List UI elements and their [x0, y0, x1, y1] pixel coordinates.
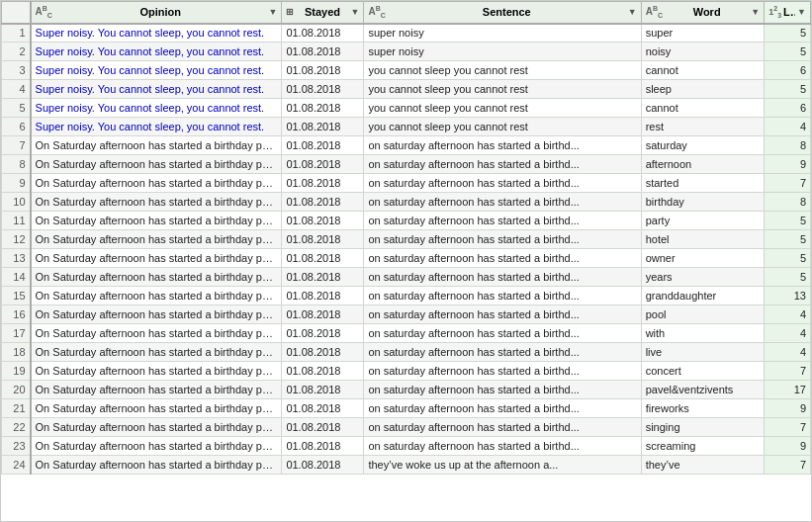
- table-row[interactable]: 12On Saturday afternoon has started a bi…: [2, 230, 811, 249]
- col-header-sentence[interactable]: ABC Sentence ▼: [364, 2, 641, 24]
- cell-stayed: 01.08.2018: [282, 61, 364, 80]
- cell-opinion: On Saturday afternoon has started a birt…: [31, 381, 282, 399]
- cell-opinion: Super noisy. You cannot sleep, you canno…: [31, 99, 282, 118]
- cell-num: 3: [2, 61, 31, 80]
- cell-num: 12: [2, 230, 31, 249]
- cell-sentence: super noisy: [364, 43, 641, 61]
- col-label-sentence: Sentence: [388, 6, 626, 18]
- cell-opinion: On Saturday afternoon has started a birt…: [31, 305, 282, 324]
- table-row[interactable]: 14On Saturday afternoon has started a bi…: [2, 268, 811, 287]
- cell-stayed: 01.08.2018: [282, 230, 364, 249]
- table-row[interactable]: 22On Saturday afternoon has started a bi…: [2, 418, 811, 437]
- cell-stayed: 01.08.2018: [282, 155, 364, 174]
- cell-opinion: On Saturday afternoon has started a birt…: [31, 174, 282, 193]
- cell-word: party: [641, 212, 765, 230]
- col-header-len[interactable]: 123 Len ▼: [765, 2, 811, 24]
- cell-len: 8: [765, 193, 811, 212]
- cell-word: they’ve: [641, 456, 765, 475]
- cell-num: 6: [2, 118, 31, 136]
- col-dropdown-stayed[interactable]: ▼: [350, 7, 359, 17]
- cell-stayed: 01.08.2018: [282, 456, 364, 475]
- cell-stayed: 01.08.2018: [282, 437, 364, 456]
- cell-word: started: [641, 174, 765, 193]
- cell-word: cannot: [641, 99, 765, 118]
- cell-sentence: on saturday afternoon has started a birt…: [364, 381, 641, 399]
- cell-word: owner: [641, 249, 765, 268]
- cell-len: 4: [765, 118, 811, 136]
- col-header-stayed[interactable]: ⊞ Stayed ▼: [282, 2, 364, 24]
- cell-num: 4: [2, 80, 31, 99]
- cell-word: screaming: [641, 437, 765, 456]
- cell-sentence: on saturday afternoon has started a birt…: [364, 249, 641, 268]
- cell-stayed: 01.08.2018: [282, 343, 364, 362]
- col-dropdown-word[interactable]: ▼: [751, 7, 760, 17]
- table-row[interactable]: 17On Saturday afternoon has started a bi…: [2, 324, 811, 343]
- table-row[interactable]: 13On Saturday afternoon has started a bi…: [2, 249, 811, 268]
- cell-opinion: Super noisy. You cannot sleep, you canno…: [31, 24, 282, 43]
- cell-stayed: 01.08.2018: [282, 24, 364, 43]
- cell-sentence: on saturday afternoon has started a birt…: [364, 324, 641, 343]
- cell-stayed: 01.08.2018: [282, 193, 364, 212]
- col-label-word: Word: [665, 6, 749, 18]
- cell-sentence: they’ve woke us up at the afternoon a...: [364, 456, 641, 475]
- table-row[interactable]: 20On Saturday afternoon has started a bi…: [2, 381, 811, 399]
- table-row[interactable]: 21On Saturday afternoon has started a bi…: [2, 399, 811, 418]
- cell-stayed: 01.08.2018: [282, 287, 364, 305]
- cell-sentence: on saturday afternoon has started a birt…: [364, 343, 641, 362]
- cell-stayed: 01.08.2018: [282, 43, 364, 61]
- col-header-word[interactable]: ABC Word ▼: [641, 2, 765, 24]
- cell-len: 5: [765, 212, 811, 230]
- cell-word: granddaughter: [641, 287, 765, 305]
- cell-num: 22: [2, 418, 31, 437]
- cell-stayed: 01.08.2018: [282, 249, 364, 268]
- cell-num: 20: [2, 381, 31, 399]
- cell-num: 15: [2, 287, 31, 305]
- cell-len: 5: [765, 268, 811, 287]
- cell-stayed: 01.08.2018: [282, 268, 364, 287]
- cell-opinion: On Saturday afternoon has started a birt…: [31, 136, 282, 155]
- cell-word: hotel: [641, 230, 765, 249]
- table-row[interactable]: 15On Saturday afternoon has started a bi…: [2, 287, 811, 305]
- table-row[interactable]: 23On Saturday afternoon has started a bi…: [2, 437, 811, 456]
- table-row[interactable]: 19On Saturday afternoon has started a bi…: [2, 362, 811, 381]
- table-row[interactable]: 1Super noisy. You cannot sleep, you cann…: [2, 24, 811, 43]
- col-icon-stayed: ⊞: [286, 7, 294, 17]
- cell-len: 13: [765, 287, 811, 305]
- cell-len: 5: [765, 80, 811, 99]
- col-dropdown-len[interactable]: ▼: [797, 7, 806, 17]
- cell-stayed: 01.08.2018: [282, 174, 364, 193]
- cell-sentence: on saturday afternoon has started a birt…: [364, 155, 641, 174]
- table-row[interactable]: 24On Saturday afternoon has started a bi…: [2, 456, 811, 475]
- table-row[interactable]: 6Super noisy. You cannot sleep, you cann…: [2, 118, 811, 136]
- table-row[interactable]: 7On Saturday afternoon has started a bir…: [2, 136, 811, 155]
- table-row[interactable]: 16On Saturday afternoon has started a bi…: [2, 305, 811, 324]
- cell-num: 21: [2, 399, 31, 418]
- cell-sentence: on saturday afternoon has started a birt…: [364, 230, 641, 249]
- table-row[interactable]: 11On Saturday afternoon has started a bi…: [2, 212, 811, 230]
- table-row[interactable]: 5Super noisy. You cannot sleep, you cann…: [2, 99, 811, 118]
- table-row[interactable]: 10On Saturday afternoon has started a bi…: [2, 193, 811, 212]
- col-header-opinion[interactable]: ABC Opinion ▼: [31, 2, 282, 24]
- cell-sentence: on saturday afternoon has started a birt…: [364, 437, 641, 456]
- table-header-row: ABC Opinion ▼ ⊞ Stayed ▼ ABC Sentenc: [2, 2, 811, 24]
- cell-len: 7: [765, 174, 811, 193]
- cell-word: pool: [641, 305, 765, 324]
- table-row[interactable]: 3Super noisy. You cannot sleep, you cann…: [2, 61, 811, 80]
- table-row[interactable]: 8On Saturday afternoon has started a bir…: [2, 155, 811, 174]
- cell-len: 6: [765, 99, 811, 118]
- table-row[interactable]: 4Super noisy. You cannot sleep, you cann…: [2, 80, 811, 99]
- col-dropdown-sentence[interactable]: ▼: [628, 7, 637, 17]
- cell-sentence: on saturday afternoon has started a birt…: [364, 305, 641, 324]
- cell-len: 17: [765, 381, 811, 399]
- table-body: 1Super noisy. You cannot sleep, you cann…: [2, 24, 811, 475]
- cell-num: 14: [2, 268, 31, 287]
- table-row[interactable]: 18On Saturday afternoon has started a bi…: [2, 343, 811, 362]
- cell-len: 5: [765, 24, 811, 43]
- cell-stayed: 01.08.2018: [282, 305, 364, 324]
- cell-sentence: on saturday afternoon has started a birt…: [364, 362, 641, 381]
- cell-word: rest: [641, 118, 765, 136]
- col-dropdown-opinion[interactable]: ▼: [268, 7, 277, 17]
- table-row[interactable]: 2Super noisy. You cannot sleep, you cann…: [2, 43, 811, 61]
- table-row[interactable]: 9On Saturday afternoon has started a bir…: [2, 174, 811, 193]
- cell-sentence: on saturday afternoon has started a birt…: [364, 268, 641, 287]
